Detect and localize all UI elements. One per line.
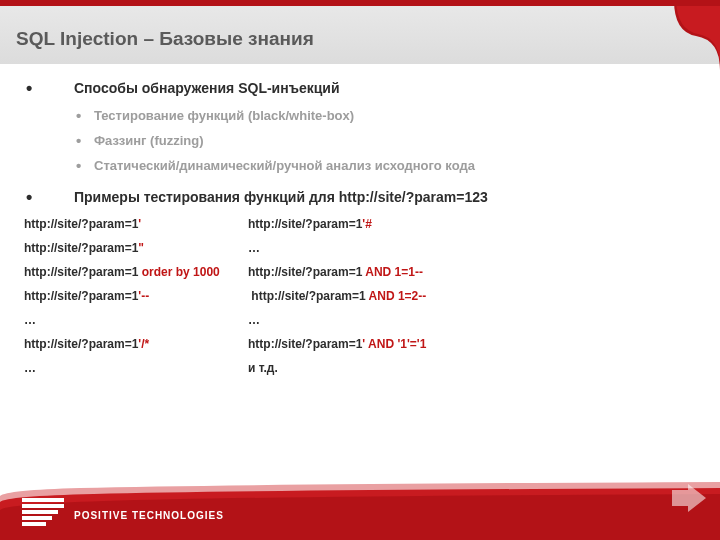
example-row: http://site/?param=1' http://site/?param… <box>24 217 672 231</box>
svg-rect-4 <box>22 522 46 526</box>
footer: POSITIVE TECHNOLOGIES <box>0 468 720 540</box>
sub-item: Тестирование функций (black/white-box) <box>76 108 672 123</box>
logo-icon <box>22 498 64 532</box>
svg-rect-3 <box>22 516 52 520</box>
bullet-examples: Примеры тестирования функций для http://… <box>22 189 672 205</box>
slide-title: SQL Injection – Базовые знания <box>0 0 720 50</box>
example-row: http://site/?param=1" … <box>24 241 672 255</box>
svg-marker-5 <box>672 484 706 512</box>
example-row: http://site/?param=1'-- http://site/?par… <box>24 289 672 303</box>
sub-item: Фаззинг (fuzzing) <box>76 133 672 148</box>
svg-rect-1 <box>22 504 64 508</box>
bullet-detection: Способы обнаружения SQL-инъекций <box>22 80 672 96</box>
svg-rect-2 <box>22 510 58 514</box>
example-row: … и т.д. <box>24 361 672 375</box>
example-list: http://site/?param=1' http://site/?param… <box>24 217 672 375</box>
svg-rect-0 <box>22 498 64 502</box>
example-row: http://site/?param=1 order by 1000 http:… <box>24 265 672 279</box>
example-row: http://site/?param=1'/* http://site/?par… <box>24 337 672 351</box>
example-row: … … <box>24 313 672 327</box>
sub-item: Статический/динамический/ручной анализ и… <box>76 158 672 173</box>
content-area: Способы обнаружения SQL-инъекций Тестиро… <box>22 74 672 385</box>
corner-decoration <box>674 0 720 540</box>
title-band: SQL Injection – Базовые знания <box>0 0 720 64</box>
brand-logo: POSITIVE TECHNOLOGIES <box>22 498 224 532</box>
brand-name: POSITIVE TECHNOLOGIES <box>74 510 224 521</box>
next-arrow-icon[interactable] <box>672 484 706 512</box>
